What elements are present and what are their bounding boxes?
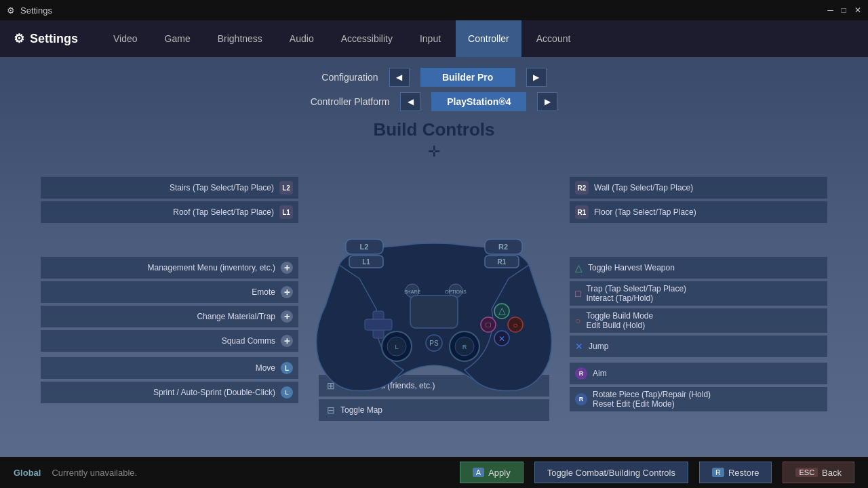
- jump-label-text: Jump: [589, 342, 608, 351]
- toggle-combat-button[interactable]: Toggle Combat/Building Controls: [534, 462, 688, 483]
- close-button[interactable]: ✕: [854, 5, 861, 15]
- restore-button[interactable]: R Restore: [699, 462, 772, 483]
- app-logo: ⚙ Settings: [14, 31, 78, 46]
- title-bar-left: ⚙ Settings: [7, 5, 52, 16]
- svg-text:R1: R1: [498, 258, 507, 266]
- footer-status: Currently unavailable.: [52, 468, 448, 478]
- label-move: Move L: [41, 357, 298, 379]
- label-stairs: Stairs (Tap Select/Tap Place) L2: [41, 177, 298, 199]
- nav-account[interactable]: Account: [524, 20, 583, 57]
- configuration-next-button[interactable]: ▶: [526, 68, 547, 87]
- settings-gear-icon: ⚙: [7, 5, 15, 16]
- l1-badge: L1: [279, 205, 293, 219]
- nav-controller[interactable]: Controller: [456, 20, 521, 57]
- change-material-label-text: Change Material/Trap: [197, 312, 275, 321]
- nav-game[interactable]: Game: [153, 20, 203, 57]
- label-toggle-build: ○ Toggle Build ModeEdit Build (Hold): [570, 308, 827, 333]
- svg-text:L1: L1: [362, 258, 370, 266]
- management-label-text: Management Menu (inventory, etc.): [147, 263, 275, 272]
- r2-badge: R2: [575, 181, 589, 195]
- controller-image: L2 R2 L1 R1 SHARE OPTIONS: [292, 211, 576, 401]
- configuration-value: Builder Pro: [420, 68, 515, 87]
- wall-label-text: Wall (Tap Select/Tap Place): [594, 183, 693, 192]
- svg-text:OPTIONS: OPTIONS: [445, 289, 467, 294]
- platform-prev-button[interactable]: ◀: [400, 92, 420, 111]
- configuration-prev-button[interactable]: ◀: [389, 68, 410, 87]
- controller-area: Stairs (Tap Select/Tap Place) L2 Roof (T…: [0, 163, 868, 448]
- r3-badge: R: [575, 393, 587, 405]
- restore-key-badge: R: [712, 468, 724, 477]
- toggle-harvest-label-text: Toggle Harvest Weapon: [588, 263, 675, 272]
- label-jump: ✕ Jump: [570, 336, 827, 357]
- label-sprint: Sprint / Auto-Sprint (Double-Click) L: [41, 382, 298, 403]
- svg-rect-9: [365, 319, 392, 330]
- footer-tab-label: Global: [14, 468, 41, 478]
- emote-label-text: Emote: [252, 287, 275, 297]
- svg-text:PS: PS: [429, 340, 439, 347]
- back-label: Back: [822, 468, 842, 478]
- maximize-button[interactable]: □: [842, 5, 846, 15]
- sprint-label-text: Sprint / Auto-Sprint (Double-Click): [153, 388, 275, 397]
- svg-text:□: □: [486, 320, 490, 329]
- svg-text:SHARE: SHARE: [404, 289, 420, 294]
- back-button[interactable]: ESC Back: [783, 462, 854, 483]
- label-rotate: R Rotate Piece (Tap)/Repair (Hold)Reset …: [570, 387, 827, 411]
- floor-label-text: Floor (Tap Select/Tap Place): [594, 207, 696, 217]
- build-controls-title: Build Controls: [0, 119, 868, 140]
- controller-platform-row: Controller Platform ◀ PlayStation®4 ▶: [0, 92, 868, 117]
- label-wall: R2 Wall (Tap Select/Tap Place): [570, 177, 827, 199]
- apply-key-badge: A: [473, 468, 484, 477]
- label-roof: Roof (Tap Select/Tap Place) L1: [41, 201, 298, 223]
- configuration-row: Configuration ◀ Builder Pro ▶: [0, 57, 868, 92]
- configuration-label: Configuration: [321, 72, 378, 83]
- minimize-button[interactable]: ─: [827, 5, 833, 15]
- left-labels: Stairs (Tap Select/Tap Place) L2 Roof (T…: [41, 177, 298, 406]
- svg-text:R: R: [462, 344, 467, 350]
- svg-text:R2: R2: [498, 243, 508, 251]
- svg-text:○: ○: [513, 321, 517, 330]
- roof-label-text: Roof (Tap Select/Tap Place): [173, 207, 274, 217]
- nav-brightness[interactable]: Brightness: [205, 20, 275, 57]
- move-label-text: Move: [256, 363, 275, 373]
- toggle-combat-label: Toggle Combat/Building Controls: [547, 468, 675, 478]
- nav-input[interactable]: Input: [408, 20, 453, 57]
- svg-rect-14: [410, 296, 458, 328]
- squad-comms-label-text: Squad Comms: [222, 336, 275, 346]
- r1-badge: R1: [575, 205, 589, 219]
- title-bar: ⚙ Settings ─ □ ✕: [0, 0, 868, 20]
- aim-label-text: Aim: [593, 369, 607, 378]
- label-management: Management Menu (inventory, etc.) ✛: [41, 257, 298, 279]
- platform-value: PlayStation®4: [431, 92, 526, 111]
- apply-label: Apply: [488, 468, 511, 478]
- label-squad-comms: Squad Comms ✛: [41, 330, 298, 352]
- build-controls-icon: ✛: [0, 143, 868, 161]
- controller-platform-label: Controller Platform: [311, 96, 390, 107]
- main-content: Configuration ◀ Builder Pro ▶ Controller…: [0, 57, 868, 457]
- label-floor: R1 Floor (Tap Select/Tap Place): [570, 201, 827, 223]
- svg-text:△: △: [498, 305, 506, 316]
- label-trap: □ Trap (Tap Select/Tap Place)Interact (T…: [570, 281, 827, 306]
- platform-next-button[interactable]: ▶: [537, 92, 557, 111]
- back-key-badge: ESC: [795, 468, 818, 477]
- nav-audio[interactable]: Audio: [277, 20, 326, 57]
- title-bar-title: Settings: [20, 5, 52, 16]
- stairs-label-text: Stairs (Tap Select/Tap Place): [170, 183, 274, 192]
- label-toggle-harvest: △ Toggle Harvest Weapon: [570, 257, 827, 279]
- title-bar-controls: ─ □ ✕: [827, 5, 861, 15]
- footer: Global Currently unavailable. A Apply To…: [0, 457, 868, 488]
- nav-accessibility[interactable]: Accessibility: [329, 20, 405, 57]
- trap-label-text: Trap (Tap Select/Tap Place)Interact (Tap…: [586, 284, 686, 303]
- rotate-label-text: Rotate Piece (Tap)/Repair (Hold)Reset Ed…: [593, 390, 711, 409]
- apply-button[interactable]: A Apply: [460, 462, 524, 483]
- nav-video[interactable]: Video: [101, 20, 150, 57]
- logo-gear-icon: ⚙: [14, 31, 24, 46]
- svg-text:L2: L2: [360, 243, 369, 251]
- r-badge: R: [575, 367, 587, 380]
- toggle-build-label-text: Toggle Build ModeEdit Build (Hold): [586, 311, 653, 330]
- restore-label: Restore: [728, 468, 760, 478]
- logo-text: Settings: [30, 32, 78, 46]
- right-labels: R2 Wall (Tap Select/Tap Place) R1 Floor …: [570, 177, 827, 414]
- svg-text:L: L: [395, 344, 399, 350]
- nav-bar: ⚙ Settings Video Game Brightness Audio A…: [0, 20, 868, 57]
- svg-text:✕: ✕: [498, 334, 505, 344]
